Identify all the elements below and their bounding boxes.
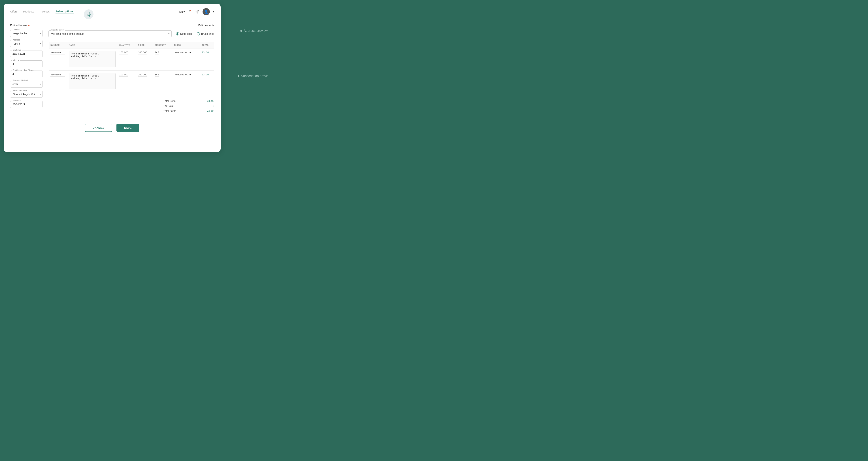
- col-total: TOTAL: [200, 42, 214, 49]
- next-date-input[interactable]: [10, 101, 43, 108]
- subscription-preview-label: Subscription previe...: [227, 74, 271, 78]
- price-type-group: Netto price Brutto price: [176, 32, 214, 35]
- start-date-label: Start date: [12, 49, 22, 51]
- total-brutto-label: Total Brutto: [163, 110, 176, 113]
- col-quantity: QUANTITY: [117, 42, 136, 49]
- col-taxes: TAXES: [172, 42, 200, 49]
- row1-name-input[interactable]: The Forbidden Forest and Hagrid's Cabin: [69, 51, 116, 67]
- nav-subscriptions[interactable]: Subscriptions: [56, 10, 73, 14]
- total-brutto-value: 46, 00: [207, 110, 214, 113]
- product-select-label: Select product: [51, 29, 65, 31]
- row2-name[interactable]: The Forbidden Forest and Hagrid's Cabin: [67, 70, 117, 93]
- next-date-field: Next date: [10, 101, 43, 108]
- products-table: NUMBER NAME QUANTITY PRICE DISCOUNT TAXE…: [49, 41, 214, 93]
- row2-number: 43456653: [49, 70, 67, 93]
- interval-field: Interval: [10, 60, 43, 67]
- avatar[interactable]: 👤: [203, 8, 210, 16]
- section-title-address: Edit addresse: [10, 24, 29, 27]
- start-date-field: Start date: [10, 50, 43, 57]
- template-select[interactable]: Standart Angebot/Li...: [10, 91, 43, 98]
- row2-discount: 345: [153, 70, 172, 93]
- svg-point-7: [190, 10, 191, 11]
- product-selector-row: Select product Vey long name of the prod…: [49, 28, 214, 39]
- settings-button[interactable]: [195, 10, 199, 14]
- tax-total-value: 0: [213, 104, 214, 107]
- contact-label: Contact: [12, 29, 20, 31]
- start-date-input[interactable]: [10, 50, 43, 57]
- start-before-label: Start before date (days): [12, 69, 34, 71]
- brutto-radio-button[interactable]: [197, 32, 200, 35]
- product-select[interactable]: Vey long name of the product: [49, 30, 172, 37]
- row1-taxes[interactable]: No taxes (0...: [172, 49, 200, 70]
- address-preview-label: Address preview: [230, 29, 268, 33]
- payment-method-select[interactable]: cash: [10, 81, 43, 88]
- totals-table: Total Netto 23, 00 Tax Total 0 Total Bru…: [163, 98, 214, 114]
- row2-name-input[interactable]: The Forbidden Forest and Hagrid's Cabin: [69, 73, 116, 89]
- tax-total-label: Tax Total: [163, 104, 174, 107]
- total-brutto-row: Total Brutto 46, 00: [163, 109, 214, 114]
- nav-bar: Offers Products Invoices Subscriptions E…: [4, 4, 221, 19]
- row1-tax-select[interactable]: No taxes (0...: [174, 51, 192, 54]
- template-label: Select Template: [12, 89, 28, 92]
- row1-number: 43456654: [49, 49, 67, 70]
- content-area: Contact Helga Becker Address Type 1 Star…: [4, 28, 221, 119]
- row1-name[interactable]: The Forbidden Forest and Hagrid's Cabin: [67, 49, 117, 70]
- row2-taxes[interactable]: No taxes (0...: [172, 70, 200, 93]
- address-label: Address: [12, 39, 21, 41]
- template-field: Select Template Standart Angebot/Li...: [10, 91, 43, 98]
- section-title-products: Edit products: [198, 24, 214, 27]
- row1-quantity: 100 000: [117, 49, 136, 70]
- col-number: NUMBER: [49, 42, 67, 49]
- action-bar: CANCEL SAVE: [4, 119, 221, 137]
- nav-right: EN ▾ 👤 ▾: [179, 8, 214, 16]
- row1-total: 23, 00: [200, 49, 214, 70]
- save-button[interactable]: SAVE: [117, 124, 139, 132]
- total-netto-label: Total Netto: [163, 99, 176, 102]
- next-date-label: Next date: [12, 99, 22, 102]
- total-netto-row: Total Netto 23, 00: [163, 98, 214, 103]
- contact-field: Contact Helga Becker: [10, 30, 43, 37]
- svg-point-8: [197, 11, 198, 12]
- start-before-input[interactable]: [10, 70, 43, 78]
- payment-method-field: Payment Method cash: [10, 81, 43, 88]
- start-before-field: Start before date (days): [10, 70, 43, 78]
- chevron-down-icon: ▾: [184, 10, 185, 13]
- row2-price: 100 000: [136, 70, 153, 93]
- row2-total: 23, 00: [200, 70, 214, 93]
- tax-total-row: Tax Total 0: [163, 103, 214, 109]
- address-select[interactable]: Type 1: [10, 40, 43, 47]
- totals-area: Total Netto 23, 00 Tax Total 0 Total Bru…: [49, 95, 214, 115]
- nav-invoices[interactable]: Invoices: [40, 10, 50, 14]
- row2-quantity: 100 000: [117, 70, 136, 93]
- cancel-button[interactable]: CANCEL: [85, 124, 112, 132]
- sidebar-form: Contact Helga Becker Address Type 1 Star…: [10, 28, 43, 115]
- table-row: 43456654 The Forbidden Forest and Hagrid…: [49, 49, 214, 70]
- products-area: Select product Vey long name of the prod…: [49, 28, 214, 115]
- avatar-chevron-icon: ▾: [213, 10, 214, 13]
- table-row: 43456653 The Forbidden Forest and Hagrid…: [49, 70, 214, 93]
- product-select-wrapper: Select product Vey long name of the prod…: [49, 30, 172, 37]
- col-discount: DISCOUNT: [153, 42, 172, 49]
- contact-select[interactable]: Helga Becker: [10, 30, 43, 37]
- netto-price-radio[interactable]: Netto price: [176, 32, 193, 35]
- row1-discount: 345: [153, 49, 172, 70]
- row1-price: 100 000: [136, 49, 153, 70]
- main-card: Offers Products Invoices Subscriptions E…: [4, 4, 221, 152]
- address-field: Address Type 1: [10, 40, 43, 47]
- section-headers: Edit addresse Edit products: [4, 19, 221, 28]
- nav-products[interactable]: Products: [23, 10, 34, 14]
- brutto-price-radio[interactable]: Brutto price: [197, 32, 214, 35]
- netto-radio-button[interactable]: [176, 32, 179, 35]
- new-subscription-button[interactable]: [84, 9, 93, 19]
- row2-tax-select[interactable]: No taxes (0...: [174, 73, 192, 76]
- notifications-button[interactable]: [188, 10, 192, 14]
- language-selector[interactable]: EN ▾: [179, 10, 185, 13]
- col-name: NAME: [67, 42, 117, 49]
- payment-method-label: Payment Method: [12, 79, 28, 82]
- interval-label: Interval: [12, 59, 20, 61]
- nav-offers[interactable]: Offers: [10, 10, 18, 14]
- interval-input[interactable]: [10, 60, 43, 67]
- total-netto-value: 23, 00: [207, 99, 214, 102]
- col-price: PRICE: [136, 42, 153, 49]
